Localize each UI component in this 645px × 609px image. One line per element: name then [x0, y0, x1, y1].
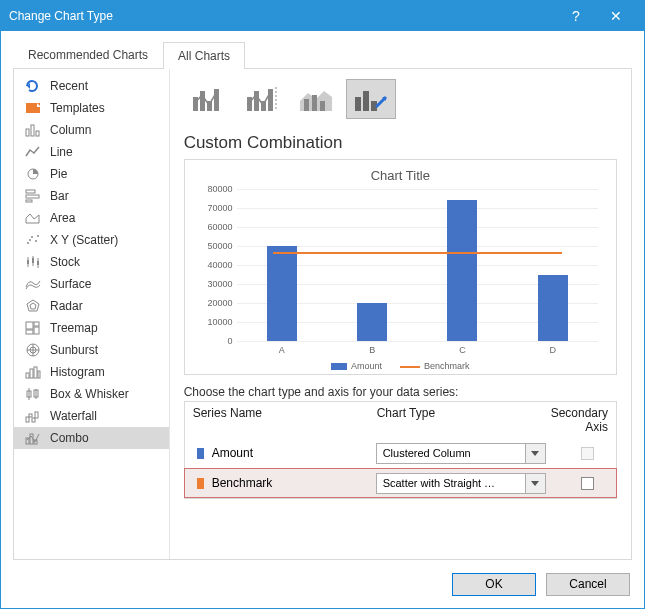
svg-marker-10 — [26, 214, 39, 223]
svg-rect-27 — [26, 330, 33, 334]
chart-x-labels: ABCD — [237, 341, 598, 355]
chart-type-value: Clustered Column — [376, 443, 526, 464]
svg-rect-32 — [26, 373, 29, 378]
sidebar-item-area[interactable]: Area — [14, 207, 169, 229]
series-swatch — [197, 448, 204, 459]
svg-point-11 — [27, 242, 29, 244]
sidebar-item-radar[interactable]: Radar — [14, 295, 169, 317]
sidebar-item-surface[interactable]: Surface — [14, 273, 169, 295]
legend-amount-swatch — [331, 363, 347, 370]
chart-type-sidebar: RecentTemplatesColumnLinePieBarAreaX Y (… — [14, 69, 170, 559]
subtype-clustered-column-line[interactable] — [184, 79, 234, 119]
sidebar-item-box-whisker[interactable]: Box & Whisker — [14, 383, 169, 405]
chevron-down-icon[interactable] — [526, 443, 546, 464]
sidebar-item-label: Area — [50, 211, 75, 225]
series-row-benchmark[interactable]: BenchmarkScatter with Straight … — [184, 468, 617, 498]
sidebar-item-label: Surface — [50, 277, 91, 291]
svg-rect-50 — [214, 89, 219, 111]
svg-rect-17 — [27, 260, 29, 264]
svg-rect-21 — [37, 261, 39, 265]
sidebar-item-label: Radar — [50, 299, 83, 313]
chart-plot-area: 0100002000030000400005000060000700008000… — [237, 189, 598, 341]
sidebar-item-treemap[interactable]: Treemap — [14, 317, 169, 339]
chart-type-value: Scatter with Straight … — [376, 473, 526, 494]
chart-type-dropdown[interactable]: Clustered Column — [376, 443, 546, 464]
svg-rect-26 — [34, 327, 39, 334]
sidebar-item-column[interactable]: Column — [14, 119, 169, 141]
svg-rect-35 — [38, 371, 40, 378]
sidebar-item-combo[interactable]: Combo — [14, 427, 169, 449]
svg-rect-59 — [320, 101, 325, 111]
sidebar-item-label: Bar — [50, 189, 69, 203]
svg-rect-47 — [193, 97, 198, 111]
subtype-clustered-column-line-secondary[interactable] — [238, 79, 288, 119]
sidebar-item-label: Waterfall — [50, 409, 97, 423]
sidebar-icon — [24, 210, 42, 226]
sidebar-item-recent[interactable]: Recent — [14, 75, 169, 97]
series-row-amount[interactable]: AmountClustered Column — [185, 438, 616, 468]
sidebar-item-label: Box & Whisker — [50, 387, 129, 401]
bar-D — [538, 275, 568, 342]
ok-button[interactable]: OK — [452, 573, 536, 596]
help-button[interactable]: ? — [556, 8, 596, 24]
y-tick: 60000 — [195, 222, 233, 232]
window-title: Change Chart Type — [9, 9, 556, 23]
y-tick: 70000 — [195, 203, 233, 213]
sidebar-icon — [24, 188, 42, 204]
sidebar-icon — [24, 408, 42, 424]
svg-marker-23 — [30, 303, 36, 309]
close-button[interactable]: ✕ — [596, 8, 636, 24]
sidebar-item-pie[interactable]: Pie — [14, 163, 169, 185]
svg-rect-57 — [304, 99, 309, 111]
sidebar-item-label: Combo — [50, 431, 89, 445]
svg-rect-54 — [268, 89, 273, 111]
benchmark-line — [273, 252, 562, 254]
titlebar: Change Chart Type ? ✕ — [1, 1, 644, 31]
series-table-header: Series Name Chart Type Secondary Axis — [185, 402, 616, 438]
tabs: Recommended Charts All Charts — [13, 41, 632, 69]
sidebar-item-label: Line — [50, 145, 73, 159]
y-tick: 40000 — [195, 260, 233, 270]
series-name-label: Benchmark — [212, 476, 376, 490]
sidebar-icon — [24, 232, 42, 248]
series-caption: Choose the chart type and axis for your … — [184, 385, 617, 399]
sidebar-icon — [24, 144, 42, 160]
secondary-axis-checkbox[interactable] — [581, 447, 594, 460]
series-table: Series Name Chart Type Secondary Axis Am… — [184, 401, 617, 499]
tab-all-charts[interactable]: All Charts — [163, 42, 245, 69]
sidebar-item-line[interactable]: Line — [14, 141, 169, 163]
chart-type-dropdown[interactable]: Scatter with Straight … — [376, 473, 546, 494]
svg-point-13 — [35, 240, 37, 242]
legend-benchmark-swatch — [400, 366, 420, 368]
svg-marker-66 — [531, 481, 539, 486]
sidebar-item-label: Recent — [50, 79, 88, 93]
secondary-axis-checkbox[interactable] — [581, 477, 594, 490]
bar-C — [447, 200, 477, 341]
svg-point-14 — [37, 235, 39, 237]
y-tick: 50000 — [195, 241, 233, 251]
header-chart-type: Chart Type — [377, 406, 551, 434]
subtype-custom-combination[interactable] — [346, 79, 396, 119]
section-title: Custom Combination — [184, 133, 617, 153]
legend-benchmark: Benchmark — [400, 361, 470, 371]
chart-preview: Chart Title 0100002000030000400005000060… — [184, 159, 617, 375]
change-chart-type-dialog: Change Chart Type ? ✕ Recommended Charts… — [0, 0, 645, 609]
svg-rect-61 — [363, 91, 369, 111]
sidebar-item-bar[interactable]: Bar — [14, 185, 169, 207]
sidebar-item-histogram[interactable]: Histogram — [14, 361, 169, 383]
x-label: A — [237, 341, 327, 355]
legend-amount: Amount — [331, 361, 382, 371]
bar-B — [357, 303, 387, 341]
svg-rect-24 — [26, 322, 33, 329]
chevron-down-icon[interactable] — [526, 473, 546, 494]
tab-recommended[interactable]: Recommended Charts — [13, 41, 163, 68]
sidebar-item-label: Pie — [50, 167, 67, 181]
sidebar-item-x-y-scatter-[interactable]: X Y (Scatter) — [14, 229, 169, 251]
sidebar-item-waterfall[interactable]: Waterfall — [14, 405, 169, 427]
sidebar-icon — [24, 254, 42, 270]
sidebar-item-templates[interactable]: Templates — [14, 97, 169, 119]
sidebar-item-stock[interactable]: Stock — [14, 251, 169, 273]
cancel-button[interactable]: Cancel — [546, 573, 630, 596]
sidebar-item-sunburst[interactable]: Sunburst — [14, 339, 169, 361]
subtype-stacked-area-column[interactable] — [292, 79, 342, 119]
